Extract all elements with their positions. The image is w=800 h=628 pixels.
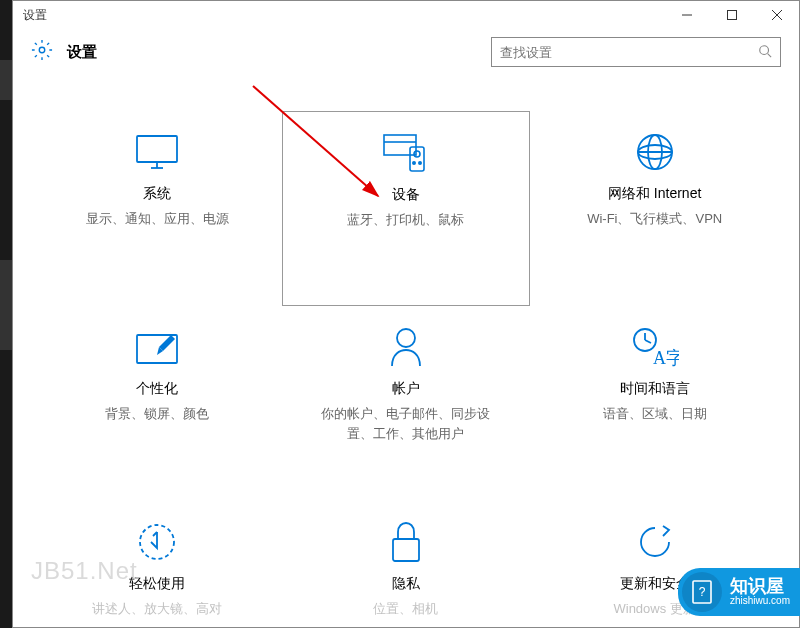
zhishiwu-icon: ? — [682, 572, 722, 612]
personalization-icon — [135, 324, 179, 370]
tile-devices[interactable]: 设备 蓝牙、打印机、鼠标 — [282, 111, 531, 306]
minimize-button[interactable] — [664, 1, 709, 29]
svg-rect-29 — [393, 539, 419, 561]
svg-rect-8 — [137, 136, 177, 162]
tile-desc: 位置、相机 — [373, 599, 438, 619]
content-area: 系统 显示、通知、应用、电源 设备 蓝牙、打印机、鼠标 网络和 Internet… — [13, 81, 799, 627]
svg-point-14 — [414, 151, 420, 157]
tile-title: 网络和 Internet — [608, 185, 701, 203]
tile-desc: 背景、锁屏、颜色 — [105, 404, 209, 424]
titlebar: 设置 — [13, 1, 799, 29]
tile-desc: 语音、区域、日期 — [603, 404, 707, 424]
zhishiwu-badge: ? 知识屋 zhishiwu.com — [678, 568, 800, 616]
privacy-icon — [389, 519, 423, 565]
zhishiwu-title: 知识屋 — [730, 577, 790, 595]
page-title: 设置 — [67, 43, 491, 62]
svg-line-25 — [645, 340, 651, 343]
svg-text:?: ? — [699, 585, 706, 599]
tile-title: 轻松使用 — [129, 575, 185, 593]
close-button[interactable] — [754, 1, 799, 29]
settings-window: 设置 设置 — [12, 0, 800, 628]
tile-desc: 讲述人、放大镜、高对 — [92, 599, 222, 619]
tile-title: 时间和语言 — [620, 380, 690, 398]
svg-point-5 — [760, 45, 769, 54]
window-controls — [664, 1, 799, 29]
tile-desc: 蓝牙、打印机、鼠标 — [347, 210, 464, 230]
tile-desc: Wi-Fi、飞行模式、VPN — [587, 209, 722, 229]
ease-of-access-icon — [137, 519, 177, 565]
tile-title: 帐户 — [392, 380, 420, 398]
system-icon — [135, 129, 179, 175]
tile-title: 个性化 — [136, 380, 178, 398]
svg-point-15 — [413, 162, 415, 164]
accounts-icon — [388, 324, 424, 370]
tile-system[interactable]: 系统 显示、通知、应用、电源 — [33, 111, 282, 306]
update-security-icon — [635, 519, 675, 565]
tile-accounts[interactable]: 帐户 你的帐户、电子邮件、同步设置、工作、其他用户 — [282, 306, 531, 501]
window-title: 设置 — [23, 7, 664, 24]
header: 设置 — [13, 29, 799, 81]
watermark-jb51: JB51.Net — [31, 557, 138, 585]
tile-title: 系统 — [143, 185, 171, 203]
edge-tab — [0, 260, 12, 350]
devices-icon — [382, 130, 430, 176]
edge-tab — [0, 60, 12, 100]
svg-point-4 — [39, 47, 45, 53]
tile-title: 设备 — [392, 186, 420, 204]
zhishiwu-text: 知识屋 zhishiwu.com — [730, 577, 790, 607]
tile-privacy[interactable]: 隐私 位置、相机 — [282, 501, 531, 627]
time-language-icon: A字 — [631, 324, 679, 370]
tile-time-language[interactable]: A字 时间和语言 语音、区域、日期 — [530, 306, 779, 501]
search-input[interactable] — [500, 45, 758, 60]
search-icon — [758, 44, 772, 61]
svg-rect-11 — [384, 135, 416, 155]
zhishiwu-url: zhishiwu.com — [730, 595, 790, 607]
gear-icon — [31, 39, 53, 65]
tile-desc: 显示、通知、应用、电源 — [86, 209, 229, 229]
svg-line-6 — [768, 53, 772, 57]
external-left-edge — [0, 0, 12, 628]
search-box[interactable] — [491, 37, 781, 67]
settings-grid: 系统 显示、通知、应用、电源 设备 蓝牙、打印机、鼠标 网络和 Internet… — [33, 111, 779, 627]
tile-network[interactable]: 网络和 Internet Wi-Fi、飞行模式、VPN — [530, 111, 779, 306]
svg-point-16 — [419, 162, 421, 164]
tile-title: 隐私 — [392, 575, 420, 593]
maximize-button[interactable] — [709, 1, 754, 29]
svg-text:A字: A字 — [653, 348, 679, 368]
network-icon — [635, 129, 675, 175]
tile-desc: 你的帐户、电子邮件、同步设置、工作、其他用户 — [316, 404, 496, 443]
svg-point-22 — [397, 329, 415, 347]
svg-rect-1 — [727, 11, 736, 20]
tile-personalization[interactable]: 个性化 背景、锁屏、颜色 — [33, 306, 282, 501]
